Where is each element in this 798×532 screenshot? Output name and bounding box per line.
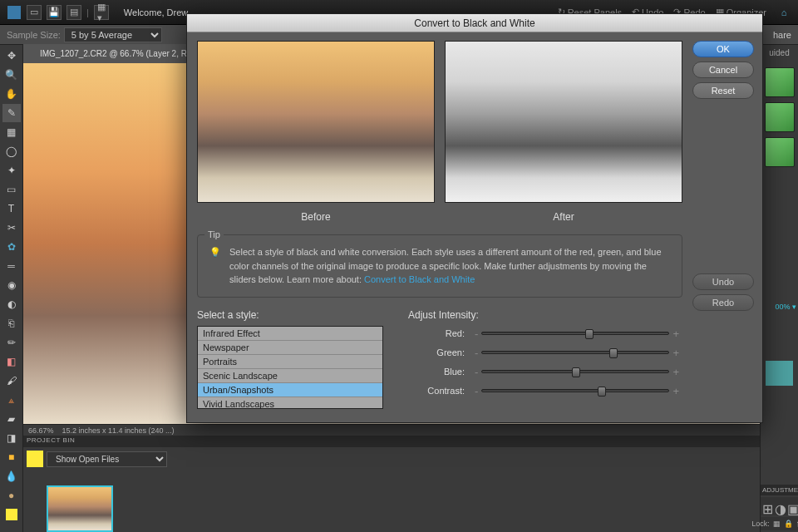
home-icon[interactable]: ⌂: [776, 5, 791, 20]
save-icon[interactable]: 💾: [47, 5, 62, 20]
layer-thumb-3[interactable]: [765, 137, 795, 167]
lock-icon[interactable]: ▦: [773, 520, 781, 528]
bucket-tool-icon[interactable]: ▰: [2, 410, 21, 428]
share-fragment: hare: [773, 30, 791, 40]
print-icon[interactable]: ▤: [66, 5, 81, 20]
svg-rect-0: [7, 6, 21, 19]
layer-toolbar: ⊞ ◑ ▣: [761, 497, 798, 515]
tip-link[interactable]: Convert to Black and White: [364, 274, 475, 284]
shape-tool-icon[interactable]: ■: [2, 448, 21, 466]
gradient-tool-icon[interactable]: ◨: [2, 429, 21, 447]
lightbulb-icon: 💡: [209, 245, 221, 287]
before-preview: [197, 41, 435, 203]
pencil-tool-icon[interactable]: ✏: [2, 333, 21, 352]
style-option[interactable]: Infrared Effect: [198, 327, 382, 341]
ok-button[interactable]: OK: [692, 41, 754, 57]
hand-tool-icon[interactable]: ✋: [2, 85, 21, 103]
wand-tool-icon[interactable]: ✦: [2, 161, 21, 180]
doc-dimensions: 15.2 inches x 11.4 inches (240 ...): [62, 426, 175, 435]
bin-color-swatch[interactable]: [27, 451, 43, 467]
style-option[interactable]: Urban/Snapshots: [198, 383, 382, 397]
lock-all-icon[interactable]: 🔒: [784, 520, 793, 528]
new-icon[interactable]: ▣: [787, 501, 797, 511]
welcome-text: Welcome, Drew: [124, 7, 188, 17]
redeye-tool-icon[interactable]: ◉: [2, 276, 21, 294]
smart-brush-tool-icon[interactable]: ⟁: [2, 391, 21, 409]
foreground-swatch[interactable]: [6, 509, 17, 520]
link-icon[interactable]: ⊞: [762, 501, 772, 511]
contrast-slider[interactable]: [481, 389, 669, 392]
arrange-icon[interactable]: ▦ ▾: [94, 5, 109, 20]
blue-slider[interactable]: [481, 370, 669, 373]
eraser-tool-icon[interactable]: ◧: [2, 352, 21, 371]
style-listbox[interactable]: Infrared EffectNewspaperPortraitsScenic …: [197, 326, 383, 409]
marquee-tool-icon[interactable]: ▦: [2, 123, 21, 141]
layer-thumb-1[interactable]: [765, 67, 795, 97]
layer-thumb-2[interactable]: [765, 102, 795, 132]
cancel-button[interactable]: Cancel: [692, 62, 754, 78]
toolbox: ✥ 🔍 ✋ ✎ ▦ ◯ ✦ ▭ T ✂ ✿ ═ ◉ ◐ ⎗ ✏ ◧ 🖌 ⟁ ▰ …: [0, 45, 23, 532]
blur-tool-icon[interactable]: 💧: [2, 467, 21, 485]
style-option[interactable]: Newspaper: [198, 341, 382, 355]
adjustments-label: ADJUSTMENTS: [761, 485, 798, 495]
zoom-level: 66.67%: [28, 426, 54, 435]
dialog-title: Convert to Black and White: [187, 14, 762, 32]
before-label: Before: [197, 211, 435, 223]
crop-tool-icon[interactable]: ✂: [2, 219, 21, 237]
sample-size-label: Sample Size:: [7, 30, 61, 40]
after-label: After: [445, 211, 682, 223]
sponge-tool-icon[interactable]: ●: [2, 486, 21, 505]
doc-icon[interactable]: ▭: [27, 5, 42, 20]
dialog-redo-button[interactable]: Redo: [692, 294, 754, 311]
dialog-undo-button[interactable]: Undo: [692, 273, 754, 290]
healing-tool-icon[interactable]: ◐: [2, 295, 21, 313]
brush-tool-icon[interactable]: 🖌: [2, 372, 21, 390]
tip-title: Tip: [204, 229, 224, 239]
intensity-label: Adjust Intensity:: [408, 309, 682, 321]
after-preview: [445, 41, 682, 203]
reset-button[interactable]: Reset: [692, 82, 754, 99]
clone-tool-icon[interactable]: ⎗: [2, 314, 21, 332]
bw-dialog: Convert to Black and White Before After …: [186, 13, 763, 423]
bin-filter-select[interactable]: Show Open Files: [47, 451, 167, 467]
fx-icon[interactable]: ◑: [775, 501, 785, 511]
app-logo-icon: [7, 5, 22, 20]
style-label: Select a style:: [197, 309, 383, 321]
guided-fragment: uided: [761, 45, 798, 61]
tip-text: Select a style of black and white conver…: [229, 245, 670, 287]
eyedropper-tool-icon[interactable]: ✎: [2, 104, 21, 122]
green-slider[interactable]: [481, 351, 669, 354]
selection-tool-icon[interactable]: ▭: [2, 180, 21, 199]
sample-size-select[interactable]: 5 by 5 Average: [64, 27, 162, 42]
bin-thumbnail[interactable]: [47, 485, 113, 532]
red-slider[interactable]: [481, 332, 669, 335]
move-tool-icon[interactable]: ✥: [2, 47, 21, 65]
style-option[interactable]: Scenic Landscape: [198, 369, 382, 383]
project-bin-header: PROJECT BIN: [23, 436, 798, 447]
cookie-tool-icon[interactable]: ✿: [2, 238, 21, 256]
type-tool-icon[interactable]: T: [2, 200, 21, 218]
straighten-tool-icon[interactable]: ═: [2, 257, 21, 275]
style-option[interactable]: Vivid Landscapes: [198, 397, 382, 409]
lasso-tool-icon[interactable]: ◯: [2, 142, 21, 160]
zoom-tool-icon[interactable]: 🔍: [2, 66, 21, 84]
style-option[interactable]: Portraits: [198, 355, 382, 369]
highlight-box: [766, 361, 793, 386]
